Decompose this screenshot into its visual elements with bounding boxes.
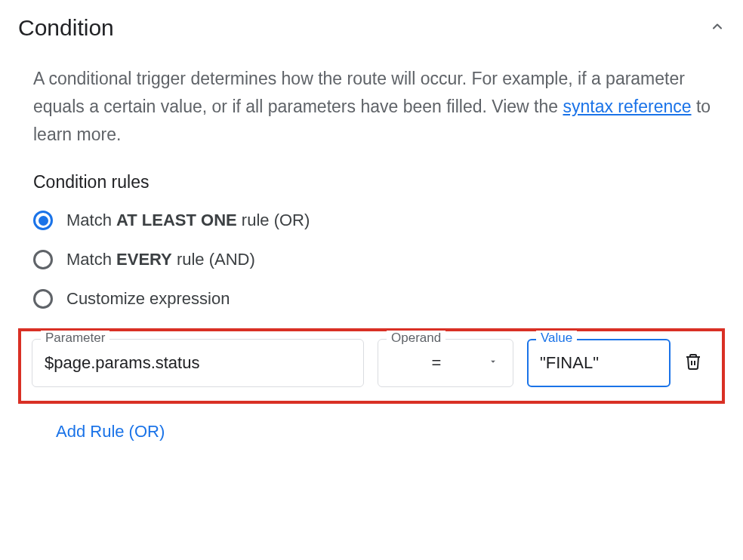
condition-rules-title: Condition rules (33, 172, 725, 192)
radio-label: Match EVERY rule (AND) (66, 250, 255, 269)
parameter-input[interactable] (32, 339, 364, 387)
value-input[interactable] (527, 339, 671, 387)
radio-icon (33, 250, 53, 269)
radio-option-or[interactable]: Match AT LEAST ONE rule (OR) (33, 211, 725, 230)
syntax-reference-link[interactable]: syntax reference (563, 97, 691, 116)
radio-label: Match AT LEAST ONE rule (OR) (66, 211, 310, 230)
operand-field-wrap: Operand (378, 339, 513, 387)
radio-icon (33, 211, 53, 230)
radio-icon (33, 289, 53, 309)
rule-row: Parameter Operand Value (18, 328, 725, 404)
operand-select[interactable] (378, 339, 513, 387)
section-header: Condition (18, 15, 725, 41)
delete-rule-icon[interactable] (684, 352, 702, 374)
add-rule-button[interactable]: Add Rule (OR) (56, 422, 165, 442)
radio-label: Customize expression (66, 289, 230, 309)
radio-option-and[interactable]: Match EVERY rule (AND) (33, 250, 725, 269)
section-description: A conditional trigger determines how the… (33, 65, 725, 148)
condition-rules-radio-group: Match AT LEAST ONE rule (OR) Match EVERY… (33, 211, 725, 309)
parameter-field-wrap: Parameter (32, 339, 364, 387)
value-field-wrap: Value (527, 339, 671, 387)
collapse-icon[interactable] (710, 19, 725, 37)
parameter-label: Parameter (41, 331, 109, 346)
radio-option-custom[interactable]: Customize expression (33, 289, 725, 309)
operand-label: Operand (387, 331, 445, 346)
value-label: Value (536, 331, 577, 346)
section-title: Condition (18, 15, 114, 41)
